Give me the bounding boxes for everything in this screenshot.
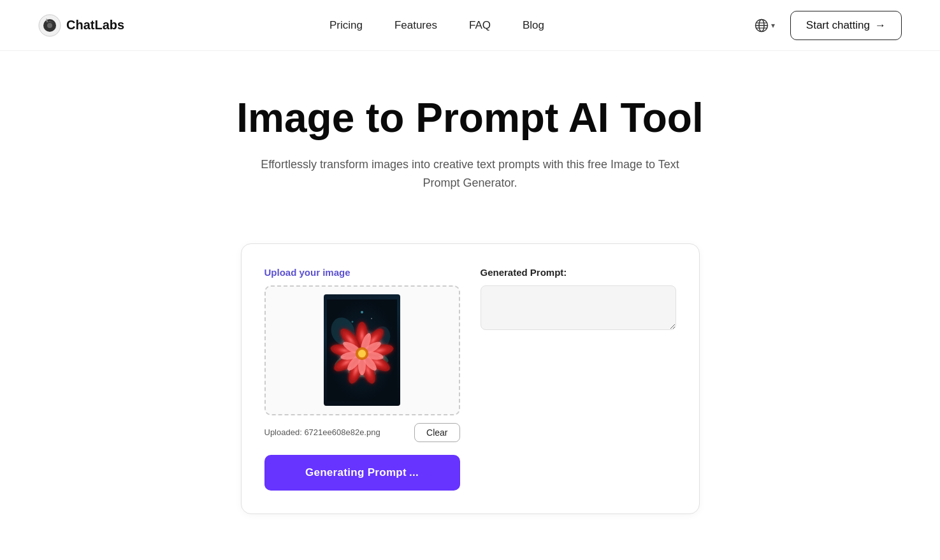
generate-button[interactable]: Generating Prompt...: [264, 455, 460, 491]
generated-section: Generated Prompt:: [481, 267, 676, 491]
file-info-row: Uploaded: 6721ee608e82e.png Clear: [264, 423, 460, 442]
svg-point-32: [358, 350, 366, 357]
arrow-right-icon: →: [875, 19, 886, 32]
logo[interactable]: ChatLabs: [38, 14, 124, 37]
generated-textarea[interactable]: [481, 285, 676, 330]
chevron-down-icon: ▾: [771, 21, 775, 30]
uploaded-image-container: [266, 287, 459, 414]
generate-label: Generating Prompt: [305, 466, 407, 478]
header-right: ▾ Start chatting →: [749, 11, 902, 40]
generated-prompt-label: Generated Prompt:: [481, 267, 676, 278]
language-selector[interactable]: ▾: [749, 15, 780, 36]
logo-text: ChatLabs: [66, 18, 124, 32]
header: ChatLabs Pricing Features FAQ Blog ▾ Sta…: [0, 0, 940, 51]
hero-title: Image to Prompt AI Tool: [13, 96, 927, 140]
start-chatting-label: Start chatting: [806, 19, 870, 32]
upload-area[interactable]: [264, 285, 460, 415]
upload-label: Upload your image: [264, 267, 460, 278]
file-name: Uploaded: 6721ee608e82e.png: [264, 427, 380, 437]
svg-point-34: [352, 320, 354, 322]
flower-image: [324, 294, 400, 406]
tool-card-inner: Upload your image: [264, 267, 676, 491]
upload-section: Upload your image: [264, 267, 460, 491]
flower-svg: [327, 299, 397, 401]
dot-3: .: [416, 466, 419, 479]
nav-faq[interactable]: FAQ: [469, 19, 491, 32]
logo-icon: [38, 14, 61, 37]
hero-subtitle: Effortlessly transform images into creat…: [247, 155, 693, 192]
svg-point-33: [361, 311, 363, 313]
nav-features[interactable]: Features: [394, 19, 437, 32]
globe-icon: [755, 18, 769, 32]
start-chatting-button[interactable]: Start chatting →: [790, 11, 902, 40]
nav-pricing[interactable]: Pricing: [329, 19, 363, 32]
generating-dots: ...: [409, 466, 419, 479]
main-nav: Pricing Features FAQ Blog: [329, 19, 544, 32]
clear-button[interactable]: Clear: [414, 423, 459, 442]
hero-section: Image to Prompt AI Tool Effortlessly tra…: [0, 51, 940, 218]
tool-card: Upload your image: [241, 243, 700, 514]
svg-point-2: [47, 23, 52, 28]
nav-blog[interactable]: Blog: [523, 19, 544, 32]
svg-point-35: [371, 318, 372, 319]
